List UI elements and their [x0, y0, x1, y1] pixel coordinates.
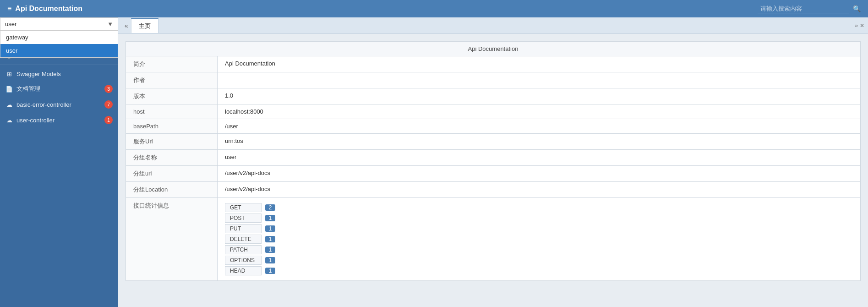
row-key: 接口统计信息	[126, 198, 218, 281]
row-key: 服务Url	[126, 134, 218, 150]
table-row: basePath/user	[126, 119, 861, 134]
count-badge: 1	[265, 247, 275, 253]
user-controller-badge: 1	[104, 116, 113, 124]
row-value	[218, 72, 861, 88]
row-value: localhost:8000	[218, 104, 861, 119]
row-key: 分组url	[126, 166, 218, 182]
sidebar-item-basic-error[interactable]: ☁ basic-error-controller 7	[0, 97, 118, 112]
dropdown-item-gateway[interactable]: gateway	[0, 31, 118, 44]
sidebar: 🏠 主页 ⊞ Swagger Models 📄 文档管理 3 ☁ basic-e…	[0, 17, 118, 307]
cloud-icon-1: ☁	[5, 101, 13, 108]
sidebar-item-user-controller[interactable]: ☁ user-controller 1	[0, 112, 118, 128]
method-row: PATCH1	[225, 245, 853, 254]
table-row: 服务Urlurn:tos	[126, 134, 861, 150]
count-badge: 2	[265, 204, 275, 211]
dropdown-selected-value: user	[5, 21, 16, 27]
main-content: « 主页 » ✕ Api Documentation 简介Api Documen…	[118, 17, 868, 307]
doc-badge: 3	[104, 85, 113, 93]
tab-home[interactable]: 主页	[131, 18, 158, 33]
row-key: 作者	[126, 72, 218, 88]
row-key: 分组名称	[126, 150, 218, 166]
row-key: 简介	[126, 56, 218, 72]
table-row: 接口统计信息GET2POST1PUT1DELETE1PATCH1OPTIONS1…	[126, 198, 861, 281]
tab-nav-left[interactable]: «	[122, 22, 131, 29]
table-row: 分组Location/user/v2/api-docs	[126, 182, 861, 198]
method-badge: DELETE	[225, 235, 262, 244]
method-row: POST1	[225, 214, 853, 223]
count-badge: 1	[265, 257, 275, 263]
content-area: Api Documentation 简介Api Documentation作者版…	[118, 34, 868, 288]
row-value: /user	[218, 119, 861, 134]
row-value: /user/v2/api-docs	[218, 166, 861, 182]
table-row: 简介Api Documentation	[126, 56, 861, 72]
cloud-icon-2: ☁	[5, 117, 13, 124]
dropdown-select[interactable]: user ▼	[0, 17, 118, 31]
method-row: PUT1	[225, 224, 853, 233]
row-key: host	[126, 104, 218, 119]
row-key: 分组Location	[126, 182, 218, 198]
row-value: user	[218, 150, 861, 166]
menu-icon: ≡	[7, 5, 11, 13]
layout: 🏠 主页 ⊞ Swagger Models 📄 文档管理 3 ☁ basic-e…	[0, 17, 868, 307]
count-badge: 1	[265, 215, 275, 221]
row-value: /user/v2/api-docs	[218, 182, 861, 198]
row-value: 1.0	[218, 88, 861, 104]
search-input[interactable]	[758, 4, 849, 13]
table-row: 分组名称user	[126, 150, 861, 166]
basic-error-badge: 7	[104, 100, 113, 109]
dropdown-overlay: user ▼ gateway user	[0, 17, 118, 58]
doc-icon: 📄	[5, 86, 13, 93]
method-badge: PUT	[225, 224, 262, 233]
api-info-table: Api Documentation 简介Api Documentation作者版…	[126, 41, 861, 281]
user-controller-label: user-controller	[16, 117, 101, 124]
table-row: 分组url/user/v2/api-docs	[126, 166, 861, 182]
sidebar-item-doc-management[interactable]: 📄 文档管理 3	[0, 81, 118, 97]
method-badge: GET	[225, 203, 262, 212]
count-badge: 1	[265, 236, 275, 242]
table-row: 版本1.0	[126, 88, 861, 104]
dropdown-arrow-icon: ▼	[107, 21, 113, 27]
method-badge: PATCH	[225, 245, 262, 254]
table-caption: Api Documentation	[126, 41, 861, 56]
tab-close-btn[interactable]: ✕	[860, 22, 864, 29]
sidebar-divider	[0, 65, 118, 65]
search-icon: 🔍	[853, 5, 861, 12]
method-row: HEAD1	[225, 266, 853, 275]
tab-actions: » ✕	[855, 22, 864, 29]
tab-expand-btn[interactable]: »	[855, 22, 858, 29]
swagger-icon: ⊞	[5, 71, 13, 77]
row-value: GET2POST1PUT1DELETE1PATCH1OPTIONS1HEAD1	[218, 198, 861, 281]
row-value: Api Documentation	[218, 56, 861, 72]
table-row: 作者	[126, 72, 861, 88]
count-badge: 1	[265, 268, 275, 274]
table-row: hostlocalhost:8000	[126, 104, 861, 119]
basic-error-label: basic-error-controller	[16, 101, 101, 108]
sidebar-item-swagger-models[interactable]: ⊞ Swagger Models	[0, 67, 118, 81]
page-title: Api Documentation	[15, 5, 758, 13]
dropdown-item-user[interactable]: user	[0, 44, 118, 57]
search-container: 🔍	[758, 4, 861, 13]
dropdown-menu: gateway user	[0, 31, 118, 58]
swagger-models-label: Swagger Models	[16, 71, 113, 77]
row-key: 版本	[126, 88, 218, 104]
count-badge: 1	[265, 225, 275, 232]
doc-management-label: 文档管理	[16, 85, 101, 93]
method-row: OPTIONS1	[225, 256, 853, 265]
header: ≡ Api Documentation 🔍	[0, 0, 868, 17]
method-badge: POST	[225, 214, 262, 223]
method-badge: OPTIONS	[225, 256, 262, 265]
row-value: urn:tos	[218, 134, 861, 150]
method-row: DELETE1	[225, 235, 853, 244]
method-badge: HEAD	[225, 266, 262, 275]
row-key: basePath	[126, 119, 218, 134]
tabs-bar: « 主页 » ✕	[118, 17, 868, 34]
method-row: GET2	[225, 203, 853, 212]
